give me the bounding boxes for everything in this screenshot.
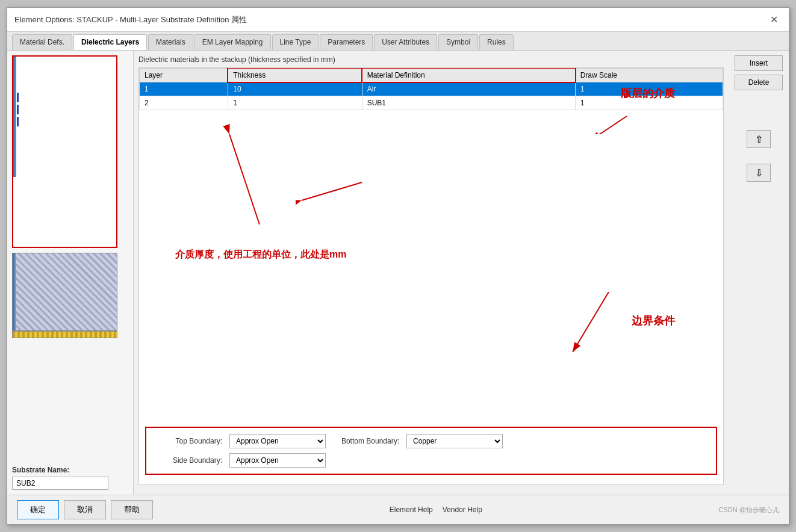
move-down-button[interactable]: ⇩ [747, 164, 771, 182]
boundary-section: Top Boundary: Approx Open Copper PEC PMC… [145, 423, 717, 478]
col-thickness: Thickness [228, 69, 362, 82]
move-up-button[interactable]: ⇧ [747, 130, 771, 148]
arrow-drawscale-svg [296, 170, 368, 218]
tab-materials[interactable]: Materials [148, 34, 193, 50]
callout-thickness: 介质厚度，使用工程的单位，此处是mm [175, 249, 346, 261]
side-boundary-select[interactable]: Approx Open Copper PEC PMC [229, 453, 326, 468]
cell-layer-2: 2 [140, 96, 228, 110]
help-button[interactable]: 帮助 [111, 500, 153, 519]
col-drawscale: Draw Scale [575, 69, 723, 82]
footer-buttons: 确定 取消 帮助 [17, 500, 153, 519]
element-help-link[interactable]: Element Help [390, 506, 433, 514]
svg-line-3 [229, 134, 260, 224]
title-bar: Element Options: STACKUP - Multi-Layer S… [7, 8, 789, 32]
tab-dielectric-layers[interactable]: Dielectric Layers [73, 34, 147, 50]
bottom-boundary-label: Bottom Boundary: [333, 437, 399, 445]
boundary-box: Top Boundary: Approx Open Copper PEC PMC… [145, 427, 717, 475]
vendor-help-link[interactable]: Vendor Help [443, 506, 482, 514]
col-material: Material Definition [362, 69, 575, 82]
left-panel: Substrate Name: [7, 51, 134, 495]
info-text: Dielectric materials in the stackup (thi… [138, 55, 724, 64]
bottom-boundary-select[interactable]: Copper Approx Open PEC PMC [406, 434, 503, 448]
cell-thickness-2: 1 [228, 96, 362, 110]
top-boundary-label: Top Boundary: [156, 437, 222, 445]
side-boundary-label: Side Boundary: [156, 456, 222, 465]
content-area: Substrate Name: Dielectric materials in … [7, 51, 789, 495]
tab-line-type[interactable]: Line Type [272, 34, 319, 50]
substrate-name-label: Substrate Name: [12, 466, 128, 474]
substrate-name-area: Substrate Name: [12, 461, 128, 490]
dialog-title: Element Options: STACKUP - Multi-Layer S… [14, 14, 247, 25]
ok-button[interactable]: 确定 [17, 500, 59, 519]
substrate-dielectric [12, 253, 117, 331]
up-down-buttons: ⇧ ⇩ [747, 118, 771, 182]
tab-symbol[interactable]: Symbol [438, 34, 478, 50]
footer-help: Element Help Vendor Help [390, 506, 482, 514]
callout-material: 版层的介质 [621, 86, 675, 101]
tab-em-layer-mapping[interactable]: EM Layer Mapping [194, 34, 271, 50]
right-buttons-panel: Insert Delete ⇧ ⇩ [729, 51, 789, 495]
tab-bar: Material Defs. Dielectric Layers Materia… [7, 32, 789, 51]
substrate-copper-layer [12, 331, 117, 338]
cell-thickness-1: 10 [228, 82, 362, 96]
close-button[interactable]: ✕ [766, 13, 782, 26]
substrate-name-input[interactable] [12, 477, 108, 490]
dielectric-table-area: Layer Thickness Material Definition [138, 67, 724, 485]
col-layer: Layer [140, 69, 228, 82]
tab-user-attributes[interactable]: User Attributes [374, 34, 437, 50]
footer-credit: CSDN @怡步晓心儿 [719, 506, 779, 515]
svg-line-5 [302, 182, 362, 200]
tab-parameters[interactable]: Parameters [320, 34, 373, 50]
cell-material-1: Air [362, 82, 575, 96]
top-boundary-row: Top Boundary: Approx Open Copper PEC PMC… [156, 434, 706, 448]
tab-rules[interactable]: Rules [479, 34, 514, 50]
main-dialog: Element Options: STACKUP - Multi-Layer S… [7, 7, 789, 525]
delete-button[interactable]: Delete [735, 75, 783, 90]
substrate-preview [12, 55, 117, 248]
main-panel: Dielectric materials in the stackup (thi… [134, 51, 729, 495]
arrow-boundary-svg [561, 292, 651, 364]
insert-button[interactable]: Insert [735, 55, 783, 71]
cancel-button[interactable]: 取消 [64, 500, 106, 519]
svg-line-7 [573, 292, 609, 352]
top-boundary-select[interactable]: Approx Open Copper PEC PMC [229, 434, 326, 448]
cell-material-2: SUB1 [362, 96, 575, 110]
callout-boundary: 边界条件 [632, 314, 675, 328]
svg-line-1 [591, 116, 627, 134]
arrow-thickness-svg [211, 116, 284, 237]
footer: 确定 取消 帮助 Element Help Vendor Help CSDN @… [7, 495, 789, 524]
tab-material-defs[interactable]: Material Defs. [12, 34, 72, 50]
side-boundary-row: Side Boundary: Approx Open Copper PEC PM… [156, 453, 706, 468]
cell-layer-1: 1 [140, 82, 228, 96]
